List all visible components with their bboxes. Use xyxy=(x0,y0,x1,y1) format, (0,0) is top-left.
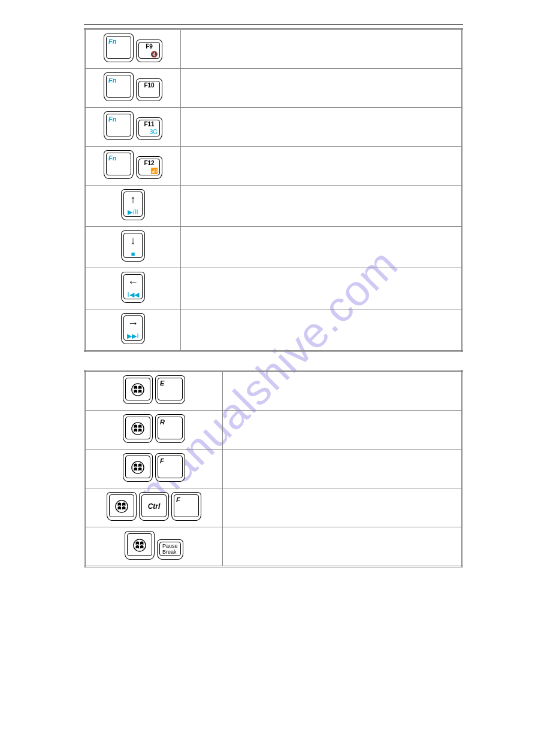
table-row: E xyxy=(85,371,463,411)
windows-logo-icon xyxy=(115,500,128,513)
table-row: FnF9🔇 xyxy=(85,29,463,69)
keycap: Fn xyxy=(104,72,134,101)
keycap: F xyxy=(171,492,201,521)
keycap: F9🔇 xyxy=(136,40,162,62)
keycap xyxy=(125,531,155,560)
shortcut-keys-cell: R xyxy=(85,411,223,450)
keycap: F113G xyxy=(136,117,162,140)
keycap xyxy=(107,492,137,521)
shortcut-description-cell xyxy=(181,268,463,309)
keycap xyxy=(123,375,153,404)
shortcut-keys-cell: I◀◀← xyxy=(85,268,181,309)
svg-point-3 xyxy=(116,500,128,512)
table-row: ▶/II↑ xyxy=(85,186,463,227)
table-row: ▶▶I→ xyxy=(85,309,463,351)
document-page: FnF9🔇FnF10FnF113GFnF12📶▶/II↑■↓I◀◀←▶▶I→ E… xyxy=(0,0,535,591)
keycap: Fn xyxy=(104,111,134,140)
keycap: F xyxy=(155,453,185,482)
table-row: FnF113G xyxy=(85,108,463,147)
table-row: FnF10 xyxy=(85,69,463,108)
shortcut-keys-cell: FnF12📶 xyxy=(85,147,181,186)
table-row: CtrlF xyxy=(85,488,463,527)
windows-logo-icon xyxy=(131,461,144,474)
shortcut-description-cell xyxy=(223,411,463,450)
keycap: ▶/II↑ xyxy=(121,189,145,220)
shortcut-keys-cell: ▶/II↑ xyxy=(85,186,181,227)
svg-point-2 xyxy=(132,462,144,473)
shortcut-description-cell xyxy=(181,108,463,147)
shortcut-description-cell xyxy=(223,488,463,527)
shortcut-description-cell xyxy=(181,147,463,186)
windows-logo-icon xyxy=(131,383,144,396)
shortcut-description-cell xyxy=(181,186,463,227)
table-row: I◀◀← xyxy=(85,268,463,309)
svg-point-4 xyxy=(134,539,146,551)
keycap: PauseBreak xyxy=(157,539,183,560)
keycap: R xyxy=(155,414,185,443)
keycap: E xyxy=(155,375,185,404)
keycap: Ctrl xyxy=(139,492,169,521)
win-shortcuts-table: ERFCtrlFPauseBreak xyxy=(84,370,463,567)
fn-shortcuts-table: FnF9🔇FnF10FnF113GFnF12📶▶/II↑■↓I◀◀←▶▶I→ xyxy=(84,28,463,352)
shortcut-keys-cell: FnF9🔇 xyxy=(85,29,181,69)
shortcut-description-cell xyxy=(223,371,463,411)
shortcut-keys-cell: FnF10 xyxy=(85,69,181,108)
keycap xyxy=(123,453,153,482)
shortcut-description-cell xyxy=(223,450,463,488)
keycap: Fn xyxy=(104,34,134,62)
shortcut-description-cell xyxy=(181,29,463,69)
shortcut-keys-cell: E xyxy=(85,371,223,411)
shortcut-keys-cell: F xyxy=(85,450,223,488)
svg-point-0 xyxy=(132,384,144,396)
shortcut-description-cell xyxy=(223,527,463,567)
table-row: ■↓ xyxy=(85,227,463,268)
shortcut-description-cell xyxy=(181,227,463,268)
top-rule xyxy=(84,24,463,25)
shortcut-keys-cell: PauseBreak xyxy=(85,527,223,567)
shortcut-keys-cell: ▶▶I→ xyxy=(85,309,181,351)
shortcut-description-cell xyxy=(181,309,463,351)
keycap: F12📶 xyxy=(136,156,162,179)
keycap: ■↓ xyxy=(121,230,145,262)
keycap: I◀◀← xyxy=(121,272,145,303)
windows-logo-icon xyxy=(133,539,146,552)
keycap: ▶▶I→ xyxy=(121,313,145,344)
keycap: F10 xyxy=(136,78,162,101)
svg-point-1 xyxy=(132,423,144,435)
keycap: Fn xyxy=(104,150,134,179)
table-row: PauseBreak xyxy=(85,527,463,567)
shortcut-description-cell xyxy=(181,69,463,108)
windows-logo-icon xyxy=(131,422,144,435)
keycap xyxy=(123,414,153,443)
shortcut-keys-cell: FnF113G xyxy=(85,108,181,147)
table-row: R xyxy=(85,411,463,450)
table-row: FnF12📶 xyxy=(85,147,463,186)
shortcut-keys-cell: CtrlF xyxy=(85,488,223,527)
table-row: F xyxy=(85,450,463,488)
shortcut-keys-cell: ■↓ xyxy=(85,227,181,268)
